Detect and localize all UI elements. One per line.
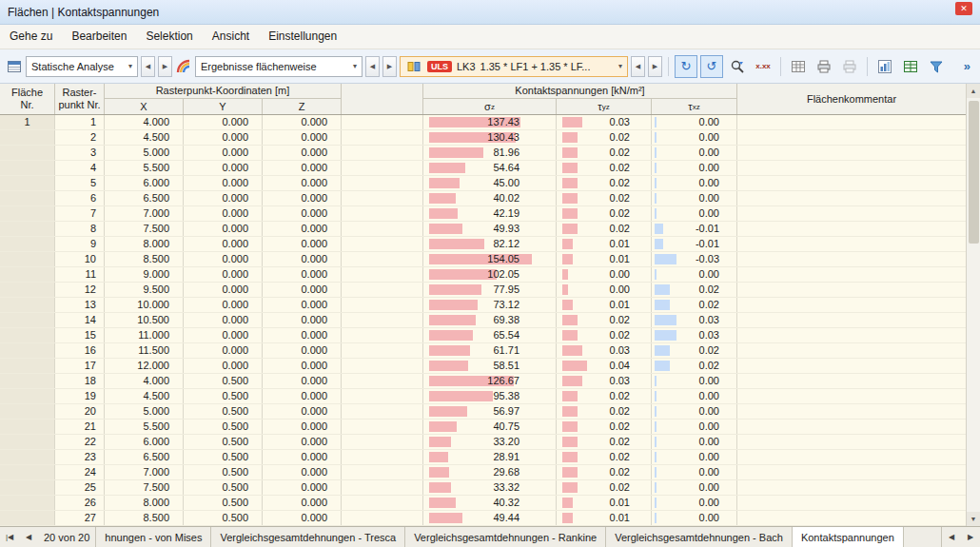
table-row[interactable]: 6 6.500 0.000 0.000 40.02 0.02 [0,191,966,206]
cell-flaeche-nr[interactable] [0,176,55,190]
cell-y[interactable]: 0.000 [184,267,263,282]
cell-z[interactable]: 0.000 [263,130,342,145]
cell-flaeche-nr[interactable] [0,328,55,342]
cell-tau-xz[interactable]: 0.00 [652,115,737,129]
table-tab[interactable]: Vergleichsgesamtdehnungen - Bach [606,527,793,547]
cell-tau-xz[interactable]: 0.00 [652,130,737,145]
table-row[interactable]: 17 12.000 0.000 0.000 58.51 0.04 [0,359,966,374]
cell-sigma-z[interactable]: 82.12 [423,237,557,251]
cell-z[interactable]: 0.000 [263,313,342,327]
cell-flaechenkommentar[interactable] [737,161,966,175]
table-row[interactable]: 18 4.000 0.500 0.000 126.67 0.03 [0,374,966,389]
cell-tau-xz[interactable]: 0.02 [652,359,737,373]
cell-tau-yz[interactable]: 0.02 [557,480,652,495]
cell-y[interactable]: 0.000 [184,206,263,221]
cell-tau-yz[interactable]: 0.03 [557,115,652,129]
cell-tau-xz[interactable]: 0.00 [652,404,737,419]
cell-tau-yz[interactable]: 0.01 [557,252,652,266]
cell-z[interactable]: 0.000 [263,496,342,510]
cell-x[interactable]: 11.000 [105,328,184,342]
cell-rasterpunkt-nr[interactable]: 9 [55,237,105,251]
cell-sigma-z[interactable]: 61.71 [423,343,557,358]
cell-flaeche-nr[interactable] [0,222,55,236]
cell-flaechenkommentar[interactable] [737,146,966,160]
cell-flaeche-nr[interactable] [0,343,55,358]
cell-x[interactable]: 6.500 [105,450,184,464]
cell-rasterpunkt-nr[interactable]: 13 [55,298,105,312]
results-prev-button[interactable]: ◀ [365,56,380,77]
cell-tau-xz[interactable]: 0.00 [652,146,737,160]
close-button[interactable]: ✕ [955,2,972,15]
cell-z[interactable]: 0.000 [263,267,342,282]
cell-y[interactable]: 0.000 [184,222,263,236]
cell-x[interactable]: 8.500 [105,511,184,525]
cell-tau-yz[interactable]: 0.00 [557,283,652,297]
cell-x[interactable]: 5.500 [105,161,184,175]
cell-flaechenkommentar[interactable] [737,404,966,419]
cell-sigma-z[interactable]: 137.43 [423,115,557,129]
cell-z[interactable]: 0.000 [263,389,342,403]
cell-tau-xz[interactable]: 0.00 [652,176,737,190]
cell-flaeche-nr[interactable] [0,191,55,205]
scroll-down-icon[interactable]: ▼ [967,512,980,526]
cell-sigma-z[interactable]: 40.02 [423,191,557,205]
scroll-up-icon[interactable]: ▲ [967,84,980,98]
cell-flaeche-nr[interactable] [0,267,55,282]
cell-x[interactable]: 4.500 [105,389,184,403]
analysis-next-button[interactable]: ▶ [158,56,172,77]
table-row[interactable]: 26 8.000 0.500 0.000 40.32 0.01 [0,496,966,511]
table-row[interactable]: 21 5.500 0.500 0.000 40.75 0.02 [0,420,966,435]
cell-y[interactable]: 0.500 [184,404,263,419]
cell-z[interactable]: 0.000 [263,283,342,297]
cell-sigma-z[interactable]: 45.00 [423,176,557,190]
vertical-scrollbar[interactable]: ▲ ▼ [966,84,980,526]
cell-tau-yz[interactable]: 0.02 [557,176,652,190]
cell-tau-yz[interactable]: 0.02 [557,389,652,403]
cell-x[interactable]: 9.500 [105,283,184,297]
cell-rasterpunkt-nr[interactable]: 24 [55,465,105,479]
cell-rasterpunkt-nr[interactable]: 8 [55,222,105,236]
table-row[interactable]: 12 9.500 0.000 0.000 77.95 0.00 [0,283,966,298]
table-row[interactable]: 15 11.000 0.000 0.000 65.54 0.02 [0,328,966,343]
cell-z[interactable]: 0.000 [263,206,342,221]
cell-tau-yz[interactable]: 0.02 [557,146,652,160]
cell-tau-xz[interactable]: 0.00 [652,435,737,449]
cell-tau-xz[interactable]: 0.00 [652,191,737,205]
cell-rasterpunkt-nr[interactable]: 11 [55,267,105,282]
cell-rasterpunkt-nr[interactable]: 1 [55,115,105,129]
cell-z[interactable]: 0.000 [263,222,342,236]
cell-flaechenkommentar[interactable] [737,450,966,464]
cell-y[interactable]: 0.000 [184,298,263,312]
menu-item[interactable]: Selektion [136,25,202,49]
cell-y[interactable]: 0.500 [184,374,263,388]
cell-rasterpunkt-nr[interactable]: 6 [55,191,105,205]
cell-flaeche-nr[interactable] [0,161,55,175]
cell-flaechenkommentar[interactable] [737,267,966,282]
cell-sigma-z[interactable]: 130.43 [423,130,557,145]
export-excel-button[interactable] [899,55,922,78]
cell-flaechenkommentar[interactable] [737,176,966,190]
cell-tau-xz[interactable]: 0.02 [652,343,737,358]
cell-y[interactable]: 0.000 [184,146,263,160]
cell-flaeche-nr[interactable] [0,359,55,373]
cell-flaeche-nr[interactable] [0,374,55,388]
cell-flaechenkommentar[interactable] [737,237,966,251]
cell-flaeche-nr[interactable] [0,146,55,160]
table-tab[interactable]: hnungen - von Mises [96,527,211,547]
cell-sigma-z[interactable]: 95.38 [423,389,557,403]
cell-y[interactable]: 0.500 [184,480,263,495]
cell-sigma-z[interactable]: 102.05 [423,267,557,282]
table-row[interactable]: 27 8.500 0.500 0.000 49.44 0.01 [0,511,966,526]
table-row[interactable]: 16 11.500 0.000 0.000 61.71 0.03 [0,343,966,359]
cell-sigma-z[interactable]: 49.93 [423,222,557,236]
table-row[interactable]: 1 1 4.000 0.000 0.000 137.43 0.03 [0,115,966,130]
cell-y[interactable]: 0.500 [184,435,263,449]
cell-sigma-z[interactable]: 42.19 [423,206,557,221]
table-row[interactable]: 9 8.000 0.000 0.000 82.12 0.01 [0,237,966,252]
cell-x[interactable]: 4.000 [105,374,184,388]
cell-tau-xz[interactable]: 0.00 [652,480,737,495]
cell-sigma-z[interactable]: 54.64 [423,161,557,175]
cell-flaeche-nr[interactable] [0,313,55,327]
cell-flaechenkommentar[interactable] [737,465,966,479]
cell-y[interactable]: 0.000 [184,313,263,327]
